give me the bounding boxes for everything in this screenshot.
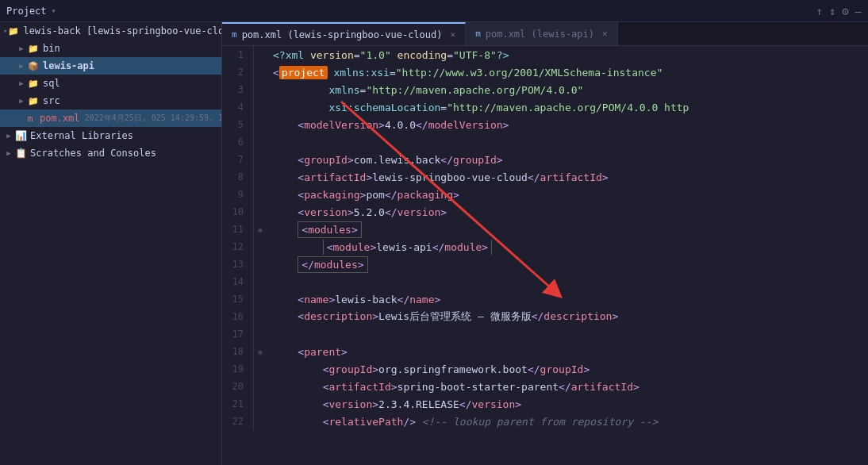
title-bar: Project ▾ ↑ ↕ ⚙ — <box>0 0 868 22</box>
sql-arrow: ▶ <box>16 79 27 87</box>
line-num-17: 17 <box>222 325 254 343</box>
line-gutter-15 <box>254 290 267 308</box>
pom-xml-label: pom.xml <box>40 113 80 124</box>
line-num-22: 22 <box>222 413 254 430</box>
line-content-19: <groupId>org.springframework.boot</group… <box>267 360 868 378</box>
line-num-20: 20 <box>222 378 254 395</box>
line-num-5: 5 <box>222 116 254 133</box>
tree-item-sql[interactable]: ▶ 📁 sql <box>0 75 221 92</box>
code-line-5: 5 <modelVersion>4.0.0</modelVersion> <box>222 116 868 133</box>
code-line-10: 10 <version>5.2.0</version> <box>222 203 868 221</box>
line-num-1: 1 <box>222 46 254 63</box>
line-gutter-6 <box>254 133 267 151</box>
tab-pom-cloud[interactable]: m pom.xml (lewis-springboo-vue-cloud) ✕ <box>222 22 466 45</box>
line-content-17 <box>267 325 868 343</box>
line-content-14 <box>267 273 868 290</box>
scratches-arrow: ▶ <box>3 149 14 157</box>
line-gutter-17 <box>254 325 267 343</box>
tree-item-bin[interactable]: ▶ 📁 bin <box>0 40 221 57</box>
swap-icon[interactable]: ↕ <box>829 5 835 17</box>
code-line-20: 20 <artifactId>spring-boot-starter-paren… <box>222 378 868 395</box>
project-root[interactable]: ▾ 📁 lewis-back [lewis-springboo-vue-clou… <box>0 22 221 40</box>
line-num-15: 15 <box>222 290 254 308</box>
bin-label: bin <box>43 43 60 54</box>
ext-lib-icon: 📊 <box>14 129 27 142</box>
code-line-12: 12 <module>lewis-api</module> <box>222 238 868 256</box>
code-line-2: 2 <project xmlns:xsi="http://www.w3.org/… <box>222 63 868 81</box>
line-content-8: <artifactId>lewis-springboo-vue-cloud</a… <box>267 168 868 186</box>
tree-item-lewis-api[interactable]: ▶ 📦 lewis-api <box>0 57 221 75</box>
pom-xml-meta: 2022年4月25日, 025 14:29:59, 10.51 kB <box>85 113 221 124</box>
src-arrow: ▶ <box>16 97 27 105</box>
line-num-11: 11 <box>222 221 254 238</box>
line-content-5: <modelVersion>4.0.0</modelVersion> <box>267 116 868 133</box>
editor-container: 1 <?xml version="1.0" encoding="UTF-8"?>… <box>222 46 868 465</box>
tree-item-src[interactable]: ▶ 📁 src <box>0 92 221 110</box>
project-root-label: lewis-back [lewis-springboo-vue-cloud] <box>23 25 221 37</box>
minimize-icon[interactable]: — <box>855 5 862 17</box>
line-num-19: 19 <box>222 360 254 378</box>
code-line-18: 18 ⊖ <parent> <box>222 343 868 360</box>
tab2-label: pom.xml (lewis-api) <box>486 29 594 40</box>
line-content-4: xsi:schemaLocation="http://maven.apache.… <box>267 98 868 116</box>
line-gutter-1 <box>254 46 267 63</box>
ext-lib-label: External Libraries <box>30 130 133 141</box>
line-gutter-8 <box>254 168 267 186</box>
main-layout: ▾ 📁 lewis-back [lewis-springboo-vue-clou… <box>0 22 868 465</box>
line-num-18: 18 <box>222 343 254 360</box>
external-libraries[interactable]: ▶ 📊 External Libraries <box>0 127 221 144</box>
code-line-16: 16 <description>Lewis后台管理系统 – 微服务版</desc… <box>222 308 868 325</box>
tab1-close[interactable]: ✕ <box>451 29 456 40</box>
line-content-9: <packaging>pom</packaging> <box>267 186 868 203</box>
lewis-api-arrow: ▶ <box>16 62 27 70</box>
code-line-9: 9 <packaging>pom</packaging> <box>222 186 868 203</box>
tab-pom-api[interactable]: m pom.xml (lewis-api) ✕ <box>466 22 618 45</box>
tree-item-pom[interactable]: m pom.xml 2022年4月25日, 025 14:29:59, 10.5… <box>0 110 221 127</box>
sidebar-content: ▾ 📁 lewis-back [lewis-springboo-vue-clou… <box>0 22 221 465</box>
project-folder-icon: 📁 <box>7 25 20 37</box>
line-gutter-7 <box>254 151 267 168</box>
line-num-21: 21 <box>222 395 254 413</box>
lewis-api-label: lewis-api <box>43 60 94 71</box>
code-line-4: 4 xsi:schemaLocation="http://maven.apach… <box>222 98 868 116</box>
code-line-21: 21 <version>2.3.4.RELEASE</version> <box>222 395 868 413</box>
line-num-6: 6 <box>222 133 254 151</box>
line-gutter-14 <box>254 273 267 290</box>
line-content-12: <module>lewis-api</module> <box>267 238 868 256</box>
line-gutter-5 <box>254 116 267 133</box>
tab2-close[interactable]: ✕ <box>602 29 608 39</box>
tab-bar: m pom.xml (lewis-springboo-vue-cloud) ✕ … <box>222 22 868 46</box>
src-label: src <box>43 95 60 106</box>
line-num-4: 4 <box>222 98 254 116</box>
settings-icon[interactable]: ⚙ <box>842 5 848 17</box>
editor-area: m pom.xml (lewis-springboo-vue-cloud) ✕ … <box>222 22 868 465</box>
line-content-21: <version>2.3.4.RELEASE</version> <box>267 395 868 413</box>
line-gutter-10 <box>254 203 267 221</box>
code-line-22: 22 <relativePath/> <!-- lookup parent fr… <box>222 413 868 430</box>
scratches-and-consoles[interactable]: ▶ 📋 Scratches and Consoles <box>0 144 221 162</box>
line-content-15: <name>lewis-back</name> <box>267 290 868 308</box>
line-gutter-2 <box>254 63 267 81</box>
line-gutter-12 <box>254 238 267 256</box>
line-gutter-22 <box>254 413 267 430</box>
line-content-2: <project xmlns:xsi="http://www.w3.org/20… <box>267 63 868 81</box>
line-gutter-13 <box>254 256 267 273</box>
upload-icon[interactable]: ↑ <box>816 5 822 17</box>
line-num-13: 13 <box>222 256 254 273</box>
project-label: Project <box>6 6 47 17</box>
ext-lib-arrow: ▶ <box>3 132 14 140</box>
line-content-11: <modules> <box>267 221 868 238</box>
line-gutter-20 <box>254 378 267 395</box>
tab1-icon: m <box>232 29 237 40</box>
code-line-13: 13 </modules> <box>222 256 868 273</box>
line-gutter-16 <box>254 308 267 325</box>
sql-folder-icon: 📁 <box>27 77 40 90</box>
line-content-22: <relativePath/> <!-- lookup parent from … <box>267 413 868 430</box>
line-content-18: <parent> <box>267 343 868 360</box>
sql-label: sql <box>43 78 60 89</box>
line-num-8: 8 <box>222 168 254 186</box>
line-gutter-18: ⊖ <box>254 343 267 360</box>
line-num-14: 14 <box>222 273 254 290</box>
code-editor[interactable]: 1 <?xml version="1.0" encoding="UTF-8"?>… <box>222 46 868 465</box>
project-dropdown-icon[interactable]: ▾ <box>52 6 56 15</box>
